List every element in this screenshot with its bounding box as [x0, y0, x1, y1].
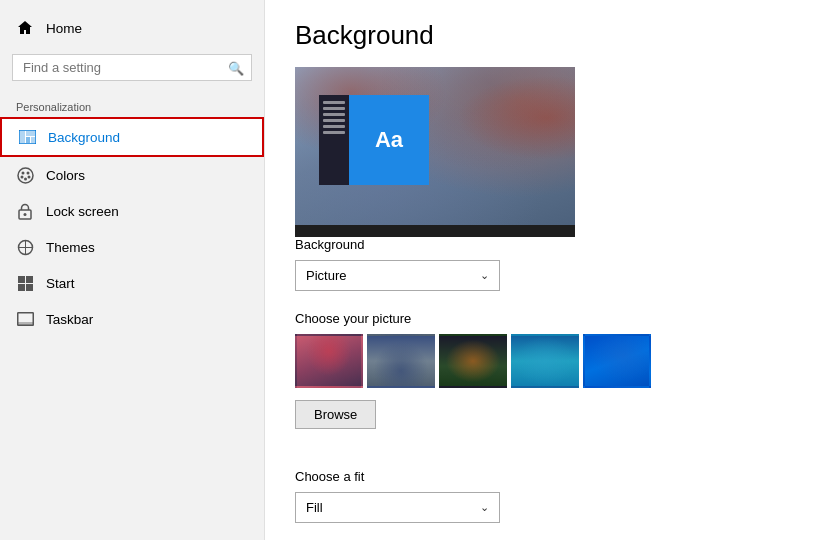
image-icon: [18, 128, 36, 146]
svg-point-12: [24, 213, 27, 216]
sidebar-item-themes[interactable]: Themes: [0, 229, 264, 265]
background-dropdown[interactable]: Picture ⌄: [295, 260, 500, 291]
thumb-4[interactable]: [511, 334, 579, 388]
svg-rect-15: [26, 276, 33, 283]
sidebar-item-lock-screen[interactable]: Lock screen: [0, 193, 264, 229]
sidebar-item-home[interactable]: Home: [0, 10, 264, 46]
lock-icon: [16, 202, 34, 220]
preview-window-sidebar: [319, 95, 349, 185]
background-section-title: Background: [295, 237, 784, 252]
fit-dropdown-value: Fill: [306, 500, 323, 515]
thumb-3[interactable]: [439, 334, 507, 388]
svg-point-7: [26, 171, 29, 174]
preview-window-main: Aa: [349, 95, 429, 185]
preview-line-1: [323, 101, 345, 104]
search-icon: 🔍: [228, 60, 244, 75]
svg-point-8: [20, 175, 23, 178]
svg-point-9: [27, 175, 30, 178]
sidebar: Home 🔍 Personalization Background: [0, 0, 265, 540]
home-icon: [16, 19, 34, 37]
personalization-section-label: Personalization: [0, 95, 264, 117]
svg-rect-17: [26, 284, 33, 291]
choose-fit-title: Choose a fit: [295, 469, 784, 484]
start-icon: [16, 274, 34, 292]
preview-line-4: [323, 119, 345, 122]
sidebar-item-background-label: Background: [48, 130, 120, 145]
sidebar-item-start[interactable]: Start: [0, 265, 264, 301]
svg-rect-19: [18, 322, 33, 325]
palette-icon: [16, 166, 34, 184]
svg-point-6: [21, 171, 24, 174]
svg-rect-4: [31, 137, 35, 143]
sidebar-item-themes-label: Themes: [46, 240, 95, 255]
preview-line-5: [323, 125, 345, 128]
background-dropdown-value: Picture: [306, 268, 346, 283]
sidebar-item-taskbar-label: Taskbar: [46, 312, 93, 327]
choose-picture-title: Choose your picture: [295, 311, 784, 326]
thumb-5[interactable]: [583, 334, 651, 388]
sidebar-item-start-label: Start: [46, 276, 75, 291]
fit-dropdown-arrow: ⌄: [480, 501, 489, 514]
choose-picture-section: Choose your picture Browse: [295, 311, 784, 449]
svg-rect-1: [20, 131, 25, 143]
search-input[interactable]: [12, 54, 252, 81]
preview-line-6: [323, 131, 345, 134]
browse-button[interactable]: Browse: [295, 400, 376, 429]
svg-rect-14: [18, 276, 25, 283]
svg-point-10: [24, 177, 27, 180]
fit-dropdown[interactable]: Fill ⌄: [295, 492, 500, 523]
preview-line-3: [323, 113, 345, 116]
svg-rect-16: [18, 284, 25, 291]
main-content: Background Aa Background Picture ⌄ Choos…: [265, 0, 814, 540]
search-container: 🔍: [12, 54, 252, 81]
sidebar-item-background[interactable]: Background: [0, 117, 264, 157]
sidebar-home-label: Home: [46, 21, 82, 36]
choose-fit-section: Choose a fit Fill ⌄: [295, 469, 784, 523]
background-dropdown-arrow: ⌄: [480, 269, 489, 282]
background-section: Background Picture ⌄: [295, 237, 784, 291]
page-title: Background: [295, 20, 784, 51]
sidebar-item-colors[interactable]: Colors: [0, 157, 264, 193]
preview-line-2: [323, 107, 345, 110]
preview-taskbar: [295, 225, 575, 237]
sidebar-item-taskbar[interactable]: Taskbar: [0, 301, 264, 337]
picture-grid: [295, 334, 784, 388]
theme-icon: [16, 238, 34, 256]
taskbar-icon: [16, 310, 34, 328]
sidebar-item-colors-label: Colors: [46, 168, 85, 183]
preview-aa-text: Aa: [375, 127, 403, 153]
thumb-2[interactable]: [367, 334, 435, 388]
svg-rect-2: [26, 131, 35, 136]
background-preview: Aa: [295, 67, 575, 237]
svg-point-5: [18, 168, 33, 183]
sidebar-item-lock-screen-label: Lock screen: [46, 204, 119, 219]
thumb-1[interactable]: [295, 334, 363, 388]
svg-rect-3: [26, 137, 30, 143]
